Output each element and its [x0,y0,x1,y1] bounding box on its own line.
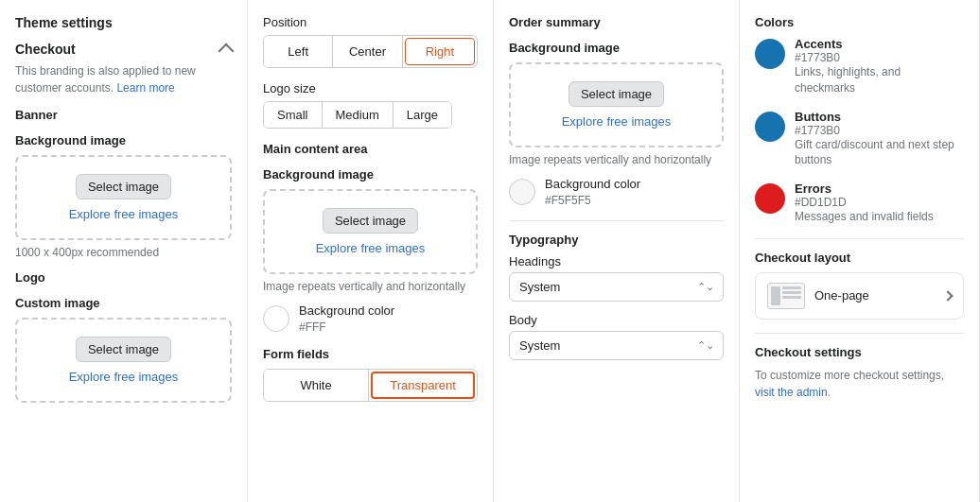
logo-select-image-button[interactable]: Select image [76,337,171,362]
accents-swatch [755,39,785,69]
checkout-settings-description: To customize more checkout settings, vis… [755,367,964,401]
errors-title: Errors [795,182,934,196]
form-fields-label: Form fields [263,347,478,361]
position-right-button[interactable]: Right [405,38,475,65]
logo-size-medium-button[interactable]: Medium [323,102,394,128]
order-bg-color-label: Background color [545,176,640,193]
custom-image-label: Custom image [15,296,232,310]
divider-1 [509,220,724,221]
logo-size-segmented: Small Medium Large [263,101,452,129]
buttons-hex: #1773B0 [795,124,964,137]
chevron-up-icon [219,43,235,60]
body-label: Body [509,313,724,327]
banner-label: Banner [15,108,232,122]
checkout-description: This branding is also applied to new cus… [15,62,232,96]
buttons-desc: Gift card/discount and next step buttons [795,137,964,169]
accents-desc: Links, highlights, and checkmarks [795,64,964,96]
accents-color-item: Accents #1773B0 Links, highlights, and c… [755,37,964,96]
checkout-layout-label: Checkout layout [755,251,964,265]
errors-desc: Messages and invalid fields [795,209,934,225]
main-select-image-button[interactable]: Select image [323,208,418,234]
headings-select[interactable]: System Inter Roboto Open Sans [509,272,724,302]
checkout-title: Checkout [15,42,76,57]
order-repeats-text: Image repeats vertically and horizontall… [509,153,724,166]
order-explore-link[interactable]: Explore free images [562,114,672,129]
divider-2 [755,238,964,239]
layout-thumbnail [767,283,805,309]
accents-title: Accents [795,37,964,51]
headings-select-wrap: System Inter Roboto Open Sans ⌃⌄ [509,272,724,302]
logo-label: Logo [15,270,232,285]
body-select[interactable]: System Inter Roboto Open Sans [509,331,724,360]
checkout-accordion[interactable]: Checkout [15,42,232,57]
form-fields-segmented: White Transparent [263,369,478,402]
main-image-upload: Select image Explore free images [263,189,478,274]
accents-hex: #1773B0 [795,51,964,64]
main-explore-link[interactable]: Explore free images [316,241,426,255]
banner-hint: 1000 x 400px recommended [15,246,232,259]
order-summary-panel: Order summary Background image Select im… [494,0,740,502]
main-bg-color-label: Background color [299,303,394,320]
order-summary-title: Order summary [509,15,724,29]
banner-explore-link[interactable]: Explore free images [69,207,179,221]
main-repeats-text: Image repeats vertically and horizontall… [263,280,478,293]
logo-size-label: Logo size [263,81,478,95]
position-panel: Position Left Center Right Logo size Sma… [248,0,494,502]
typography-label: Typography [509,233,724,247]
theme-settings-panel: Theme settings Checkout This branding is… [0,0,248,502]
position-label: Position [263,15,478,29]
main-content-label: Main content area [263,142,478,156]
checkout-settings-label: Checkout settings [755,345,964,359]
main-color-circle [263,305,289,332]
form-white-button[interactable]: White [264,370,369,401]
buttons-color-item: Buttons #1773B0 Gift card/discount and n… [755,110,964,169]
headings-label: Headings [509,254,724,268]
errors-hex: #DD1D1D [795,196,934,209]
divider-3 [755,333,964,334]
visit-admin-link[interactable]: visit the admin [755,386,828,399]
chevron-right-icon [942,290,953,301]
learn-more-link[interactable]: Learn more [116,81,174,95]
logo-size-small-button[interactable]: Small [264,102,323,128]
order-select-image-button[interactable]: Select image [569,81,664,107]
buttons-swatch [755,112,785,142]
banner-select-image-button[interactable]: Select image [76,174,171,199]
layout-thumb-right [782,286,801,305]
layout-name: One-page [814,288,869,303]
colors-panel: Colors Accents #1773B0 Links, highlights… [740,0,980,502]
colors-label: Colors [755,15,964,29]
form-transparent-button[interactable]: Transparent [371,372,475,399]
body-select-wrap: System Inter Roboto Open Sans ⌃⌄ [509,331,724,360]
main-bg-color-hex: #FFF [299,320,394,336]
layout-thumb-left [771,286,780,305]
errors-color-item: Errors #DD1D1D Messages and invalid fiel… [755,182,964,225]
main-bg-image-label: Background image [263,167,478,182]
main-bg-color-row: Background color #FFF [263,303,478,336]
order-bg-color-hex: #F5F5F5 [545,193,640,209]
banner-image-upload: Select image Explore free images [15,155,232,240]
checkout-layout-card[interactable]: One-page [755,272,964,320]
theme-settings-title: Theme settings [15,15,232,30]
order-bg-color-row: Background color #F5F5F5 [509,176,724,209]
position-center-button[interactable]: Center [333,36,402,67]
logo-explore-link[interactable]: Explore free images [69,370,179,384]
position-segmented: Left Center Right [263,35,478,68]
logo-size-large-button[interactable]: Large [394,102,451,128]
order-image-upload: Select image Explore free images [509,62,724,147]
order-color-circle [509,179,535,205]
position-left-button[interactable]: Left [264,36,333,67]
buttons-title: Buttons [795,110,964,124]
order-bg-image-label: Background image [509,41,724,55]
background-image-label-1: Background image [15,133,232,147]
errors-swatch [755,183,785,214]
logo-image-upload: Select image Explore free images [15,318,232,403]
